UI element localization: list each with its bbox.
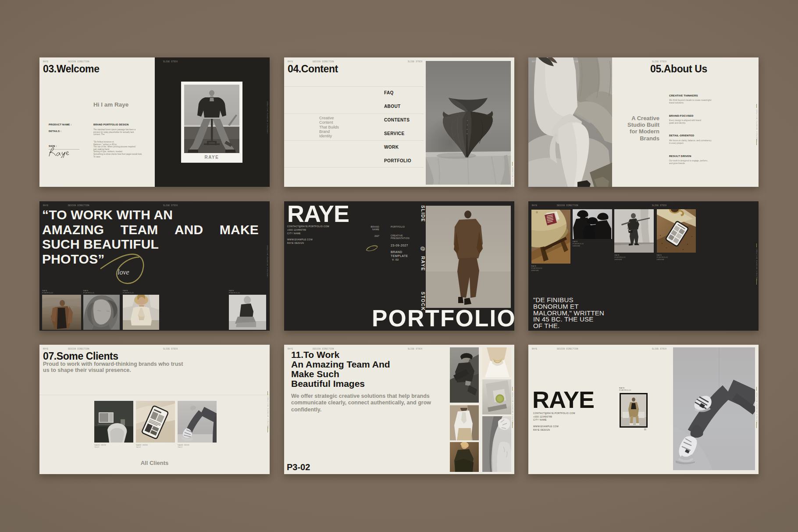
svg-text:love: love <box>118 268 129 276</box>
